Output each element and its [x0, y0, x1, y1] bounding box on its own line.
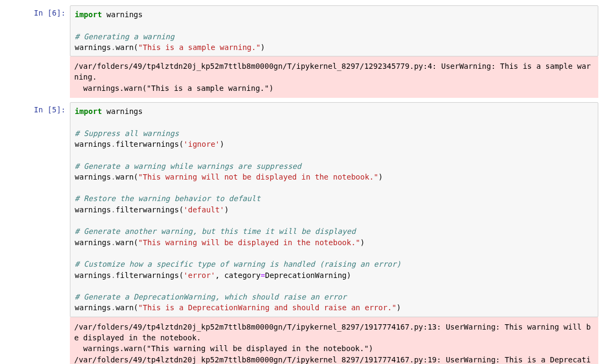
input-prompt: In [5]:: [3, 102, 70, 364]
stderr-output: /var/folders/49/tp4lztdn20j_kp52m7ttlb8m…: [70, 56, 598, 98]
stderr-output: /var/folders/49/tp4lztdn20j_kp52m7ttlb8m…: [70, 317, 598, 364]
code-editor[interactable]: import warnings # Suppress all warnings …: [70, 102, 598, 317]
code-cell: In [6]:import warnings # Generating a wa…: [3, 5, 598, 98]
input-prompt: In [6]:: [3, 5, 70, 98]
code-cell: In [5]:import warnings # Suppress all wa…: [3, 102, 598, 364]
code-editor[interactable]: import warnings # Generating a warning w…: [70, 5, 598, 56]
